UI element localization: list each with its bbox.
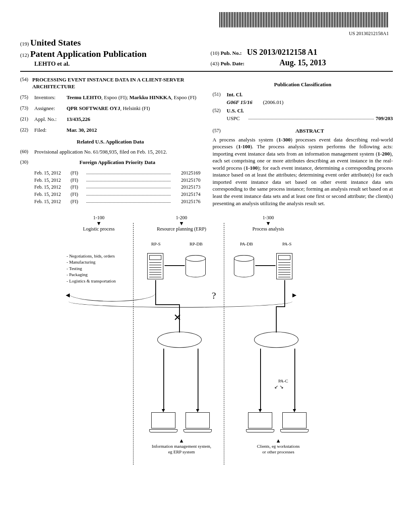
fig-label-pac: PA-C — [278, 378, 288, 384]
priority-country: (FI) — [71, 191, 85, 198]
fig-x-icon: ✕ — [173, 312, 181, 324]
uscl-label: U.S. Cl. — [227, 108, 244, 114]
provisional-code: (60) — [20, 149, 34, 156]
header: (19) United States (12) Patent Applicati… — [20, 37, 393, 72]
pub-no-code: (10) — [211, 50, 219, 56]
uscl-code: (52) — [213, 108, 227, 114]
priority-date: Feb. 15, 2012 — [34, 184, 71, 191]
intcl-year: (2006.01) — [263, 99, 295, 106]
figure: 1-100 Logistic process 1-200 Resource pl… — [20, 215, 393, 473]
title-code: (54) — [20, 77, 32, 90]
assignee-value: QPR SOFTWARE OYJ, Helsinki (FI) — [67, 105, 200, 112]
server-icon — [276, 253, 292, 279]
abstract-code: (57) — [213, 128, 227, 135]
filed-label: Filed: — [34, 127, 67, 134]
abstract-text: A process analysis system (1-300) proces… — [213, 136, 393, 207]
priority-country: (FI) — [71, 184, 85, 191]
fig-bottom-left: Information management system, eg ERP sy… — [152, 444, 211, 454]
priority-row: Feb. 15, 2012 (FI) 20125170 — [34, 177, 200, 184]
intcl-code: (51) — [213, 91, 227, 98]
monitor-icon — [184, 412, 212, 434]
database-icon — [186, 255, 206, 277]
priority-country: (FI) — [71, 177, 85, 184]
foreign-heading: Foreign Application Priority Data — [34, 159, 200, 166]
list-item: - Packaging — [67, 272, 116, 278]
publication-title: Patent Application Publication — [30, 49, 146, 59]
pub-date-code: (43) — [211, 60, 219, 66]
pub-no-label: Pub. No.: — [221, 50, 242, 56]
priority-date: Feb. 15, 2012 — [34, 199, 71, 205]
fig-bottom-right: Clients, eg workstations or other proces… — [257, 444, 300, 454]
related-heading: Related U.S. Application Data — [20, 139, 200, 145]
fig-title-1: Logistic process — [83, 226, 115, 232]
priority-date: Feb. 15, 2012 — [34, 191, 71, 198]
invention-title: PROCESSING EVENT INSTANCE DATA IN A CLIE… — [32, 77, 200, 90]
inventors-code: (75) — [20, 94, 34, 101]
monitor-icon — [280, 412, 309, 434]
fig-label-pas: PA-S — [282, 241, 292, 247]
priority-date: Feb. 15, 2012 — [34, 170, 71, 177]
classification-heading: Publication Classification — [213, 81, 393, 88]
priority-country: (FI) — [71, 199, 85, 205]
barcode — [219, 12, 389, 27]
fig-ref-3: 1-300 — [263, 215, 274, 220]
authors: LEHTO et al. — [34, 60, 202, 68]
assignee-code: (73) — [20, 105, 34, 112]
priority-row: Feb. 15, 2012 (FI) 20125176 — [34, 199, 200, 205]
barcode-number: US 20130212158A1 — [20, 31, 389, 37]
appl-value: 13/435,226 — [67, 116, 200, 123]
appl-label: Appl. No.: — [34, 116, 67, 123]
filed-code: (22) — [20, 127, 34, 134]
pub-code: (12) — [20, 52, 29, 58]
pub-no-value: US 2013/0212158 A1 — [247, 48, 317, 56]
barcode-area: US 20130212158A1 — [20, 12, 393, 37]
priority-date: Feb. 15, 2012 — [34, 177, 71, 184]
assignee-label: Assignee: — [34, 105, 67, 112]
inventors-label: Inventors: — [34, 94, 67, 101]
pub-date-label: Pub. Date: — [221, 60, 244, 66]
fig-ref-2: 1-200 — [176, 215, 187, 220]
intcl-label: Int. Cl. — [227, 91, 242, 98]
uspc-value: 709/203 — [375, 115, 393, 122]
server-icon — [147, 253, 163, 279]
fig-label-rpdb: RP-DB — [190, 241, 202, 247]
monitor-icon — [149, 412, 177, 434]
cloud-icon — [254, 332, 298, 348]
list-item: - Negotiations, bids, orders — [67, 253, 116, 259]
fig-label-rps: RP-S — [151, 241, 161, 247]
inventors-value: Teemu LEHTO, Espoo (FI); Markku HINKKA, … — [67, 94, 200, 101]
intcl-class: G06F 15/16 — [227, 99, 263, 106]
provisional-text: Provisional application No. 61/598,935, … — [34, 149, 200, 156]
fig-title-2: Resource planning (ERP) — [157, 226, 206, 232]
pub-date-value: Aug. 15, 2013 — [280, 58, 326, 67]
priority-num: 20125174 — [172, 191, 200, 198]
country: United States — [30, 37, 81, 48]
priority-table: Feb. 15, 2012 (FI) 20125169 Feb. 15, 201… — [34, 170, 200, 205]
priority-row: Feb. 15, 2012 (FI) 20125173 — [34, 184, 200, 191]
fig-process-list: - Negotiations, bids, orders - Manufactu… — [67, 253, 116, 284]
fig-title-3: Process analysis — [252, 226, 284, 232]
database-icon — [234, 255, 254, 277]
priority-num: 20125176 — [172, 199, 200, 205]
priority-num: 20125170 — [172, 177, 200, 184]
priority-num: 20125169 — [172, 170, 200, 177]
cloud-icon — [157, 332, 202, 348]
foreign-code: (30) — [20, 159, 34, 166]
fig-label-padb: PA-DB — [240, 241, 253, 247]
priority-num: 20125173 — [172, 184, 200, 191]
country-code: (19) — [20, 41, 29, 47]
priority-country: (FI) — [71, 170, 85, 177]
priority-row: Feb. 15, 2012 (FI) 20125174 — [34, 191, 200, 198]
list-item: - Logistics & transportation — [67, 278, 116, 284]
list-item: - Testing — [67, 266, 116, 272]
biblio-section: (54) PROCESSING EVENT INSTANCE DATA IN A… — [20, 77, 393, 207]
fig-ref-1: 1-100 — [93, 215, 104, 220]
monitor-icon — [246, 412, 274, 434]
list-item: - Manufacturing — [67, 259, 116, 265]
filed-value: Mar. 30, 2012 — [67, 127, 200, 134]
uspc-label: USPC — [227, 115, 247, 122]
appl-code: (21) — [20, 116, 34, 123]
abstract-heading: ABSTRACT — [227, 128, 393, 135]
priority-row: Feb. 15, 2012 (FI) 20125169 — [34, 170, 200, 177]
